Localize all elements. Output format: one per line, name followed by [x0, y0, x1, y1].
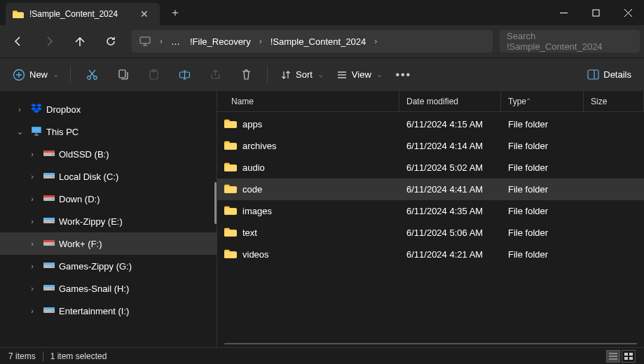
drive-icon — [43, 260, 55, 272]
active-tab[interactable]: !Sample_Content_2024 ✕ — [6, 3, 160, 25]
copy-icon — [117, 69, 129, 80]
chevron-icon[interactable]: › — [13, 105, 27, 113]
tree-item[interactable]: ⌄This PC — [0, 120, 217, 143]
chevron-icon[interactable]: › — [25, 239, 39, 248]
details-view-button[interactable] — [606, 350, 620, 363]
svg-rect-39 — [629, 357, 633, 360]
svg-rect-19 — [43, 195, 55, 197]
tree-item-label: Work-Zippy (E:) — [59, 216, 217, 227]
file-list[interactable]: apps6/11/2024 4:15 AMFile folderarchives… — [217, 112, 644, 347]
file-date: 6/11/2024 5:06 AM — [399, 227, 501, 238]
folder-icon — [224, 162, 237, 174]
chevron-icon[interactable]: › — [25, 262, 39, 270]
svg-point-4 — [93, 76, 97, 80]
file-row[interactable]: code6/11/2024 4:41 AMFile folder — [217, 178, 644, 200]
svg-rect-28 — [43, 262, 55, 265]
file-row[interactable]: images6/11/2024 4:35 AMFile folder — [217, 200, 644, 222]
minimize-button[interactable] — [547, 0, 580, 25]
chevron-icon[interactable]: › — [25, 195, 39, 203]
file-row[interactable]: text6/11/2024 5:06 AMFile folder — [217, 222, 644, 244]
sort-indicator-icon: ⌃ — [526, 97, 531, 105]
file-date: 6/11/2024 4:21 AM — [399, 249, 501, 260]
close-window-button[interactable] — [612, 0, 644, 25]
column-header-type[interactable]: Type — [501, 91, 584, 111]
refresh-button[interactable] — [97, 29, 125, 54]
tree-item[interactable]: ›Games-Zippy (G:) — [0, 255, 217, 277]
breadcrumb-item[interactable]: !Sample_Content_2024 — [266, 36, 371, 47]
paste-button[interactable] — [139, 62, 167, 88]
view-button[interactable]: View ⌵ — [331, 62, 387, 88]
column-header-name[interactable]: Name — [217, 91, 399, 111]
tree-item[interactable]: ›Dropbox — [0, 98, 217, 120]
sort-icon — [280, 69, 292, 80]
share-icon — [210, 69, 221, 80]
file-row[interactable]: audio6/11/2024 5:02 AMFile folder — [217, 157, 644, 178]
file-row[interactable]: apps6/11/2024 4:15 AMFile folder — [217, 113, 644, 135]
delete-button[interactable] — [232, 62, 260, 88]
tree-item[interactable]: ›Local Disk (C:) — [0, 165, 217, 188]
file-row[interactable]: archives6/11/2024 4:14 AMFile folder — [217, 135, 644, 157]
tree-item[interactable]: ›OldSSD (B:) — [0, 143, 217, 165]
file-row[interactable]: videos6/11/2024 4:21 AMFile folder — [217, 244, 644, 265]
chevron-right-icon[interactable]: › — [256, 36, 265, 46]
file-date: 6/11/2024 4:14 AM — [399, 141, 501, 151]
up-button[interactable] — [66, 29, 94, 54]
rename-button[interactable] — [170, 62, 198, 88]
chevron-right-icon[interactable]: › — [371, 36, 380, 46]
copy-button[interactable] — [109, 62, 137, 88]
svg-rect-5 — [119, 70, 125, 78]
drive-icon — [43, 171, 55, 182]
pc-icon[interactable] — [135, 29, 156, 54]
back-button[interactable] — [4, 29, 32, 54]
svg-rect-22 — [43, 218, 55, 220]
chevron-icon[interactable]: ⌄ — [13, 127, 27, 136]
chevron-icon[interactable]: › — [25, 284, 39, 293]
sort-button[interactable]: Sort ⌵ — [275, 62, 328, 88]
drive-icon — [43, 216, 55, 227]
thumbnails-view-button[interactable] — [622, 350, 636, 363]
svg-point-17 — [52, 176, 53, 178]
new-button[interactable]: New ⌵ — [7, 62, 63, 88]
drive-icon — [43, 283, 55, 294]
folder-icon — [224, 140, 237, 152]
chevron-icon[interactable]: › — [25, 172, 39, 181]
details-pane-icon — [587, 69, 599, 80]
column-header-size[interactable]: Size — [584, 91, 644, 111]
forward-button[interactable] — [35, 29, 63, 54]
tree-item[interactable]: ›Work-Zippy (E:) — [0, 210, 217, 232]
tree-item[interactable]: ›Games-Snail (H:) — [0, 277, 217, 300]
details-button[interactable]: Details — [582, 62, 637, 88]
tree-item-label: Local Disk (C:) — [59, 172, 217, 182]
file-date: 6/11/2024 4:41 AM — [399, 184, 501, 195]
breadcrumb-overflow[interactable]: … — [167, 36, 184, 47]
dropbox-icon — [31, 104, 42, 115]
new-tab-button[interactable]: ＋ — [160, 6, 191, 20]
file-type: File folder — [501, 141, 584, 151]
nav-sidebar: ›Dropbox⌄This PC›OldSSD (B:)›Local Disk … — [0, 91, 217, 347]
maximize-button[interactable] — [580, 0, 612, 25]
tree-item[interactable]: ›Down (D:) — [0, 188, 217, 210]
file-date: 6/11/2024 5:02 AM — [399, 162, 501, 173]
chevron-icon[interactable]: › — [25, 217, 39, 225]
column-header-date[interactable]: Date modified — [399, 91, 501, 111]
chevron-icon[interactable]: › — [25, 307, 39, 315]
search-input[interactable]: Search !Sample_Content_2024 — [500, 30, 640, 52]
tree-item[interactable]: ›Work+ (F:) — [0, 232, 217, 255]
tab-title: !Sample_Content_2024 — [29, 9, 130, 19]
breadcrumb-item[interactable]: !File_Recovery — [186, 36, 255, 47]
sidebar-splitter[interactable] — [214, 182, 217, 224]
drive-red-icon — [43, 148, 55, 160]
tree-item[interactable]: ›Entertainment (I:) — [0, 300, 217, 322]
chevron-right-icon[interactable]: › — [157, 36, 165, 46]
horizontal-scrollbar[interactable] — [224, 343, 637, 344]
drive-red-icon — [43, 238, 55, 249]
chevron-icon[interactable]: › — [25, 150, 39, 158]
breadcrumb[interactable]: › … !File_Recovery › !Sample_Content_202… — [132, 30, 493, 52]
cut-button[interactable] — [78, 62, 106, 88]
tab-close-button[interactable]: ✕ — [136, 7, 153, 21]
more-button[interactable]: ••• — [390, 62, 418, 88]
status-item-count: 7 items — [8, 351, 36, 361]
tree-item-label: Work+ (F:) — [59, 239, 217, 249]
share-button[interactable] — [201, 62, 229, 88]
file-type: File folder — [501, 184, 584, 195]
